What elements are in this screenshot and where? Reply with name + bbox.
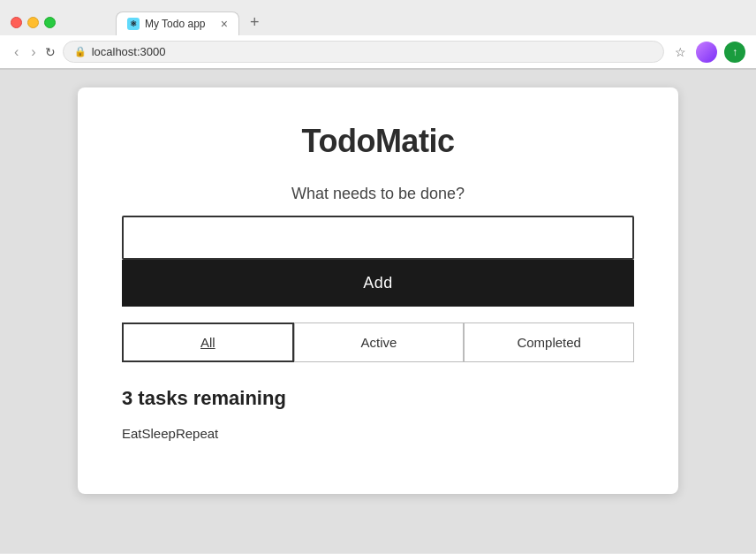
new-tab-button[interactable]: + bbox=[241, 9, 268, 35]
filter-bar: All Active Completed bbox=[122, 323, 634, 362]
bookmark-icon[interactable]: ☆ bbox=[671, 43, 689, 61]
extension-icon[interactable]: ↑ bbox=[724, 42, 745, 63]
add-button[interactable]: Add bbox=[122, 260, 634, 307]
title-bar: ⚛ My Todo app × + bbox=[0, 0, 756, 35]
lock-icon: 🔒 bbox=[74, 46, 87, 57]
url-bar[interactable]: 🔒 localhost:3000 bbox=[63, 41, 664, 63]
tab-close-button[interactable]: × bbox=[221, 18, 228, 30]
page-wrapper: TodoMatic What needs to be done? Add All… bbox=[0, 70, 756, 553]
url-text: localhost:3000 bbox=[92, 45, 166, 58]
browser-tab[interactable]: ⚛ My Todo app × bbox=[116, 11, 239, 35]
tasks-remaining: 3 tasks remaining bbox=[122, 387, 634, 410]
maximize-button[interactable] bbox=[44, 17, 56, 28]
refresh-button[interactable]: ↻ bbox=[45, 45, 56, 59]
tab-bar: ⚛ My Todo app × + bbox=[116, 9, 268, 35]
nav-buttons: ‹ › ↻ bbox=[11, 42, 56, 62]
filter-all[interactable]: All bbox=[122, 323, 294, 362]
close-button[interactable] bbox=[11, 17, 22, 28]
app-container: TodoMatic What needs to be done? Add All… bbox=[78, 87, 678, 494]
tab-title: My Todo app bbox=[145, 18, 215, 30]
filter-completed[interactable]: Completed bbox=[464, 323, 634, 362]
tab-favicon: ⚛ bbox=[127, 18, 140, 30]
profile-avatar[interactable] bbox=[696, 42, 717, 63]
task-list: EatSleepRepeat bbox=[122, 422, 634, 444]
list-item: EatSleepRepeat bbox=[122, 422, 634, 444]
address-bar: ‹ › ↻ 🔒 localhost:3000 ☆ ↑ bbox=[0, 35, 756, 69]
back-button[interactable]: ‹ bbox=[11, 42, 22, 62]
traffic-lights bbox=[11, 17, 56, 28]
minimize-button[interactable] bbox=[27, 17, 39, 28]
filter-active[interactable]: Active bbox=[294, 323, 465, 362]
task-input[interactable] bbox=[122, 216, 634, 260]
address-bar-right: ☆ ↑ bbox=[671, 42, 745, 63]
forward-button[interactable]: › bbox=[27, 42, 39, 62]
browser-chrome: ⚛ My Todo app × + ‹ › ↻ 🔒 localhost:3000… bbox=[0, 0, 756, 70]
task-prompt: What needs to be done? bbox=[122, 185, 634, 203]
app-title: TodoMatic bbox=[122, 123, 634, 160]
